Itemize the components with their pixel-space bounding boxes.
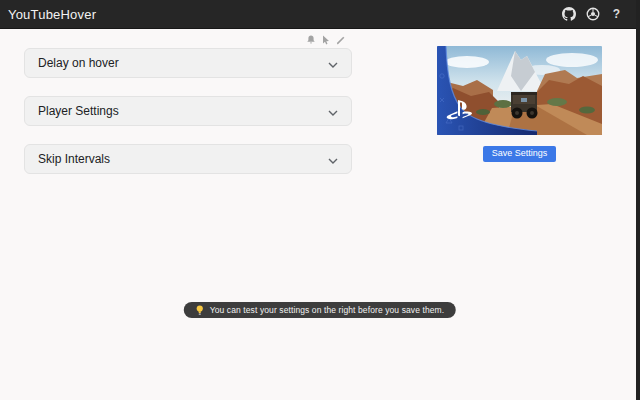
pencil-icon[interactable]	[336, 35, 346, 45]
webstore-icon[interactable]	[585, 7, 600, 22]
chevron-down-icon	[328, 102, 338, 120]
preview-panel: Save Settings	[437, 46, 602, 162]
video-thumbnail[interactable]	[437, 46, 602, 135]
accordion-skip-intervals[interactable]: Skip Intervals	[24, 144, 352, 174]
bell-icon[interactable]	[306, 35, 316, 45]
save-settings-button[interactable]: Save Settings	[483, 146, 557, 162]
tooltip-text: You can test your settings on the right …	[210, 305, 444, 315]
github-icon[interactable]	[561, 7, 576, 22]
accordion-label: Player Settings	[38, 104, 119, 118]
accordion-player-settings[interactable]: Player Settings	[24, 96, 352, 126]
lightbulb-icon	[196, 305, 204, 316]
cursor-icon[interactable]	[321, 35, 331, 45]
hint-tooltip: You can test your settings on the right …	[184, 302, 456, 318]
screen-edge-strip	[636, 0, 640, 400]
chevron-down-icon	[328, 150, 338, 168]
header-icons: ?	[561, 7, 624, 22]
accordion-label: Delay on hover	[38, 56, 119, 70]
accordion-label: Skip Intervals	[38, 152, 110, 166]
accordion-delay-on-hover[interactable]: Delay on hover	[24, 48, 352, 78]
header: YouTubeHover ?	[0, 0, 640, 29]
settings-sections: Delay on hover Player Settings Skip Inte…	[24, 48, 352, 192]
app-title: YouTubeHover	[8, 7, 96, 22]
mini-toolbar	[306, 35, 346, 45]
help-icon[interactable]: ?	[609, 7, 624, 22]
chevron-down-icon	[328, 54, 338, 72]
